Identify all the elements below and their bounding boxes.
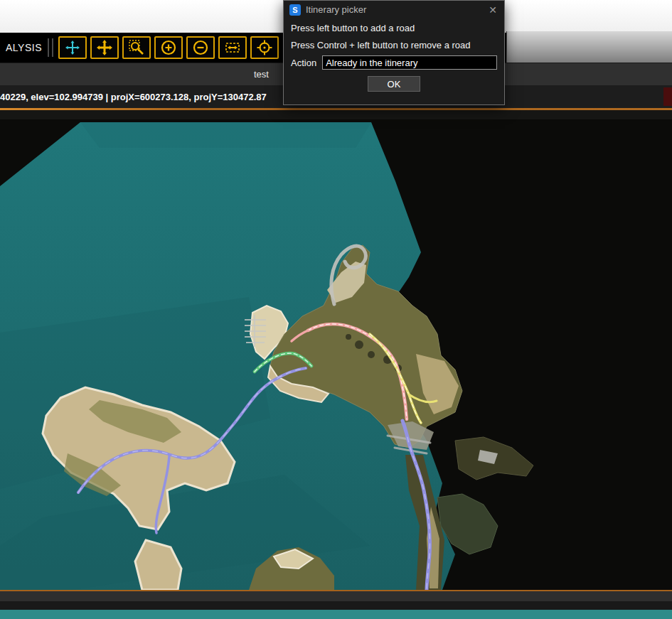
dialog-title: Itinerary picker	[306, 4, 366, 15]
instruction-add-road: Press left button to add a road	[291, 20, 497, 37]
fit-view-icon[interactable]	[218, 36, 247, 59]
cursor-coordinates: 40229, elev=102.994739 | projX=600273.12…	[0, 92, 267, 102]
status-right-block	[663, 87, 672, 106]
ok-button[interactable]: OK	[368, 76, 420, 92]
toolbar-separator	[48, 38, 49, 57]
toolbar-separator	[52, 38, 53, 57]
toolbar-mode-label: ALYSIS	[0, 42, 46, 53]
zoom-out-icon[interactable]	[186, 36, 215, 59]
map-margin	[0, 110, 672, 119]
app-window: ALYSIS	[0, 0, 672, 619]
pan-arrows-icon[interactable]	[90, 36, 119, 59]
instruction-remove-road: Press Control + left button to remove a …	[291, 37, 497, 54]
cursor-cross-icon[interactable]	[58, 36, 87, 59]
pier	[245, 315, 266, 347]
bottom-bar-2	[0, 601, 672, 610]
app-logo-icon: S	[289, 4, 301, 16]
dialog-titlebar[interactable]: S Itinerary picker ✕	[284, 1, 504, 18]
close-icon[interactable]: ✕	[487, 4, 498, 16]
itinerary-picker-dialog: S Itinerary picker ✕ Press left button t…	[283, 0, 505, 105]
bottom-bar-1	[0, 591, 672, 601]
target-icon[interactable]	[250, 36, 279, 59]
action-label: Action	[291, 58, 316, 68]
action-field[interactable]	[322, 55, 497, 70]
toolbar-right-panel	[506, 31, 672, 63]
map-viewport[interactable]	[0, 119, 672, 590]
taskbar-strip	[0, 610, 672, 619]
scenario-name: test	[254, 69, 269, 80]
zoom-in-icon[interactable]	[154, 36, 183, 59]
right-island-1	[455, 437, 533, 480]
zoom-region-icon[interactable]	[122, 36, 151, 59]
